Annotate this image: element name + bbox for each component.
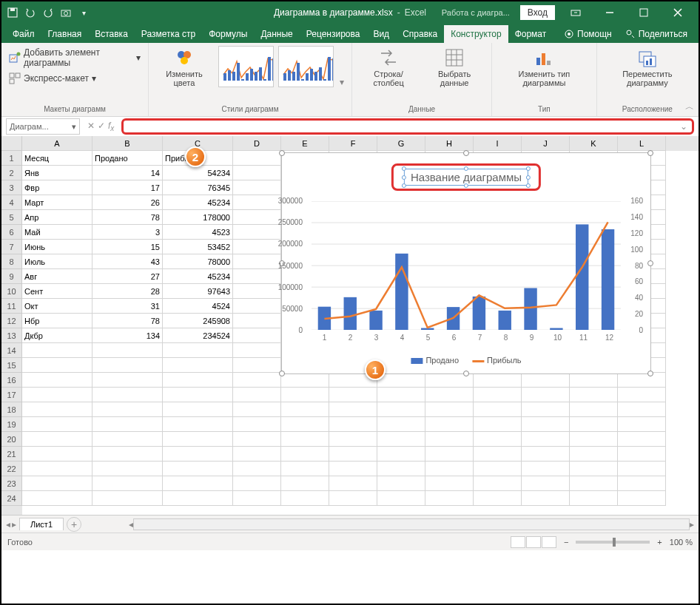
cell[interactable] [618,388,666,402]
cell[interactable]: Нбр [22,314,92,328]
cell[interactable] [474,388,522,402]
col-header[interactable]: K [570,136,618,151]
cell[interactable] [233,388,281,402]
close-icon[interactable] [662,1,694,24]
cell[interactable] [522,491,570,506]
cell[interactable]: Авг [22,269,92,284]
cell[interactable] [22,491,92,506]
cancel-formula-icon[interactable]: ✕ [87,121,95,132]
cell[interactable] [329,432,377,447]
cell[interactable] [618,402,666,417]
move-chart[interactable]: Переместить диаграмму [603,46,692,89]
zoom-out-icon[interactable]: − [564,538,568,547]
cell[interactable]: Март [22,195,92,210]
cell[interactable] [522,373,570,388]
chart-title[interactable]: Название диаграммы [404,169,528,186]
sheet-nav-next-icon[interactable]: ▸ [12,519,16,530]
row-header[interactable]: 12 [1,314,22,328]
cell[interactable] [233,314,281,328]
cell[interactable] [329,447,377,462]
save-icon[interactable] [6,6,19,19]
change-colors[interactable]: Изменить цвета [155,46,214,89]
cell[interactable] [233,299,281,314]
cell[interactable] [474,373,522,388]
cell[interactable] [233,210,281,225]
change-chart-type[interactable]: Изменить тип диаграммы [498,46,590,89]
cell[interactable]: 53452 [163,240,233,254]
cell[interactable]: 54234 [163,166,233,180]
row-header[interactable]: 15 [1,358,22,373]
cell[interactable] [233,269,281,284]
cell[interactable] [92,462,163,476]
cell[interactable] [233,417,281,432]
cell[interactable] [233,328,281,343]
row-header[interactable]: 9 [1,269,22,284]
cell[interactable] [570,476,618,491]
cell[interactable] [22,476,92,491]
cell[interactable] [377,462,425,476]
row-header[interactable]: 22 [1,462,22,476]
cell[interactable] [377,402,425,417]
cell[interactable] [22,447,92,462]
cell[interactable]: 3 [92,225,163,240]
tab-вставка[interactable]: Вставка [88,25,135,43]
cell[interactable]: 76345 [163,180,233,195]
row-header[interactable]: 6 [1,225,22,240]
row-header[interactable]: 8 [1,254,22,269]
row-header[interactable]: 20 [1,432,22,447]
tab-разметка стр[interactable]: Разметка стр [135,25,202,43]
col-header[interactable]: G [377,136,425,151]
cell[interactable] [22,402,92,417]
row-header[interactable]: 17 [1,388,22,402]
cell[interactable]: 78 [92,210,163,225]
cell[interactable] [22,343,92,358]
cell[interactable] [425,491,474,506]
tell-me[interactable]: Помощн [557,25,619,43]
cell[interactable]: Май [22,225,92,240]
col-header[interactable]: A [22,136,92,151]
select-data[interactable]: Выбрать данные [423,46,485,89]
cell[interactable] [163,476,233,491]
cell[interactable]: 14 [92,166,163,180]
cell[interactable]: Продано [92,151,163,166]
zoom-slider[interactable] [576,541,650,544]
cell[interactable] [570,417,618,432]
cell[interactable] [233,284,281,299]
cell[interactable] [163,373,233,388]
cell[interactable]: Янв [22,166,92,180]
cell[interactable] [425,432,474,447]
row-header[interactable]: 2 [1,166,22,180]
col-header[interactable]: J [522,136,570,151]
cell[interactable] [281,417,329,432]
tab-рецензирова[interactable]: Рецензирова [300,25,367,43]
cell[interactable] [377,447,425,462]
row-header[interactable]: 5 [1,210,22,225]
cell[interactable]: 45234 [163,195,233,210]
col-header[interactable]: D [233,136,281,151]
cell[interactable] [329,388,377,402]
add-sheet-icon[interactable]: + [67,517,81,532]
cell[interactable] [618,491,666,506]
ribbon-options-icon[interactable] [559,1,592,24]
cell[interactable] [618,432,666,447]
zoom-level[interactable]: 100 % [670,538,693,547]
cell[interactable]: Окт [22,299,92,314]
cell[interactable] [163,432,233,447]
cell[interactable] [570,462,618,476]
camera-icon[interactable] [59,6,73,19]
cell[interactable] [329,402,377,417]
cell[interactable] [92,388,163,402]
cell[interactable] [329,462,377,476]
cell[interactable] [281,402,329,417]
chart-object[interactable]: Название диаграммы Продано Прибыль 05000… [281,152,651,374]
view-pagelayout-icon[interactable] [526,536,541,548]
cell[interactable]: 178000 [163,210,233,225]
name-box[interactable]: Диаграм...▾ [6,118,80,135]
cell[interactable] [233,343,281,358]
cell[interactable] [618,417,666,432]
cell[interactable] [474,447,522,462]
cell[interactable] [233,195,281,210]
cell[interactable] [233,240,281,254]
cell[interactable] [522,388,570,402]
cell[interactable]: 78 [92,314,163,328]
